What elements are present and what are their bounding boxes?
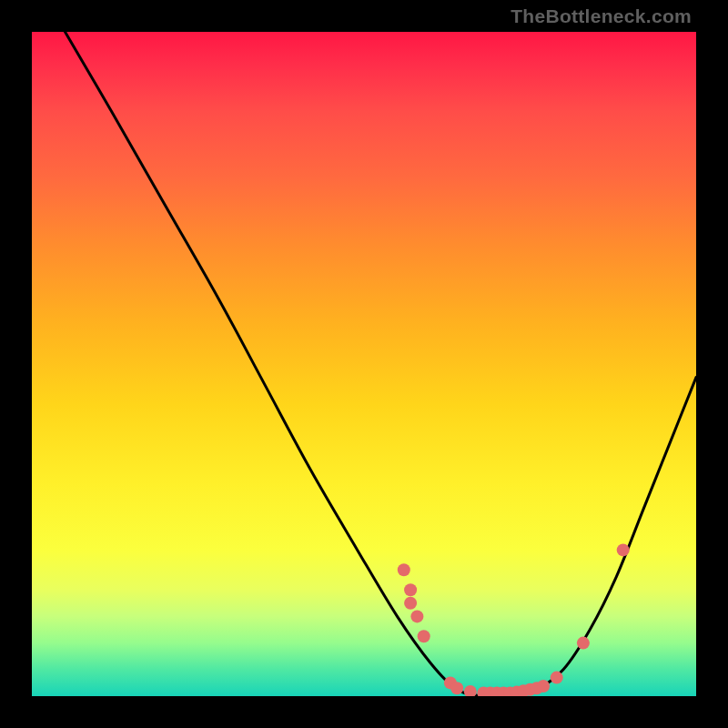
data-point: [537, 680, 550, 693]
bottleneck-curve: [66, 32, 697, 696]
data-point: [410, 610, 423, 622]
data-point: [398, 563, 410, 576]
data-point: [617, 543, 630, 556]
watermark-text: TheBottleneck.com: [511, 5, 692, 27]
curve-layer: [32, 32, 696, 696]
data-point: [418, 630, 430, 642]
data-point: [464, 685, 477, 696]
chart-frame: TheBottleneck.com: [0, 0, 728, 728]
data-point: [404, 583, 417, 596]
data-point: [577, 637, 590, 650]
data-point: [551, 672, 563, 684]
data-point: [450, 682, 463, 694]
data-point: [404, 597, 417, 610]
plot-area: [32, 32, 696, 696]
